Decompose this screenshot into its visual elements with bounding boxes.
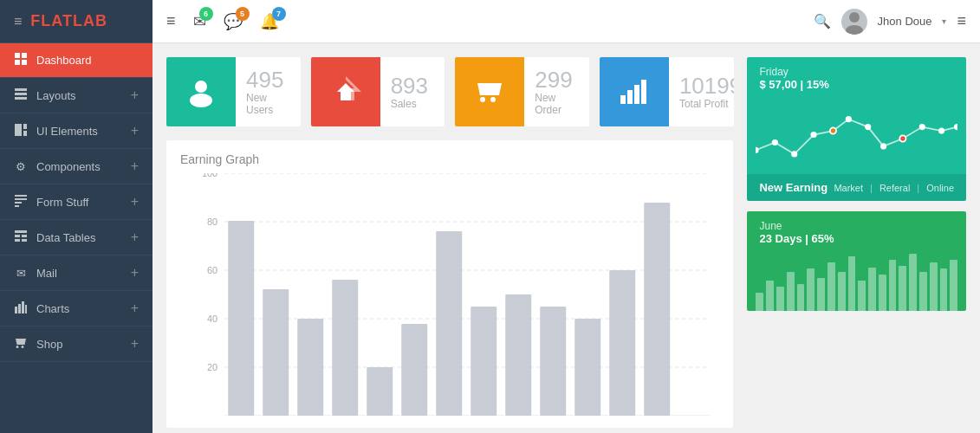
svg-rect-1 (22, 53, 27, 58)
svg-point-26 (190, 94, 212, 107)
widget-earning-title: New Earning (759, 181, 828, 194)
online-link[interactable]: Online (926, 183, 954, 193)
sidebar-item-shop[interactable]: Shop + (0, 326, 153, 362)
widget-earning-day: Friday (759, 66, 954, 78)
svg-rect-44 (297, 319, 323, 416)
content-left: 495 New Users 893 Sales (166, 57, 733, 419)
search-icon[interactable]: 🔍 (814, 13, 831, 29)
widget-earning-value: $ 57,00 | 15% (759, 78, 954, 91)
sidebar-item-label: Charts (36, 302, 69, 315)
svg-rect-18 (22, 239, 27, 242)
sidebar-item-ui-elements[interactable]: UI Elements + (0, 113, 153, 149)
stat-card-orders: 299 New Order (455, 57, 589, 126)
bar-4 (787, 272, 795, 312)
expand-icon: + (131, 194, 139, 210)
svg-rect-10 (15, 195, 27, 197)
sidebar-item-layouts[interactable]: Layouts + (0, 78, 153, 113)
svg-text:60: 60 (207, 265, 217, 275)
svg-rect-4 (15, 88, 27, 91)
stat-icon-orders (455, 57, 524, 126)
svg-rect-45 (332, 280, 358, 416)
market-link[interactable]: Market (834, 183, 863, 193)
svg-point-58 (811, 132, 817, 138)
line-chart-svg (756, 100, 957, 178)
sidebar-item-label: Data Tables (36, 231, 95, 244)
chat-topbar-wrap[interactable]: 💬 5 (224, 12, 243, 31)
sidebar-item-components[interactable]: ⚙ Components + (0, 149, 153, 184)
svg-rect-52 (574, 319, 600, 416)
stat-icon-sales (311, 57, 380, 126)
sidebar-item-dashboard[interactable]: Dashboard (0, 43, 153, 78)
stats-row: 495 New Users 893 Sales (166, 57, 733, 126)
expand-icon: + (131, 301, 139, 316)
widget-june-chart (747, 250, 966, 311)
svg-rect-48 (436, 231, 462, 416)
sidebar-item-form-stuff[interactable]: Form Stuff + (0, 184, 153, 220)
svg-rect-22 (25, 305, 27, 313)
bar-2 (766, 281, 774, 311)
svg-point-23 (849, 12, 860, 23)
widget-line-chart (747, 96, 966, 174)
bar-8 (827, 262, 835, 311)
svg-rect-46 (367, 367, 393, 416)
sidebar: ≡ FLATLAB Dashboard Layouts + (0, 0, 153, 433)
svg-rect-7 (15, 124, 22, 136)
sidebar-item-mail[interactable]: ✉ Mail + (0, 255, 153, 291)
mail-badge: 6 (199, 7, 213, 21)
topbar-menu-icon[interactable]: ≡ (166, 12, 176, 30)
topbar: ≡ ✉ 6 💬 5 🔔 7 🔍 Jhon Doue ▾ ≡ (153, 0, 980, 43)
earning-graph-card: Earning Graph 100 80 60 40 (166, 140, 733, 428)
stat-icon-profit (600, 57, 669, 126)
stat-card-sales: 893 Sales (311, 57, 445, 126)
ui-elements-icon (14, 124, 28, 139)
stat-label-profit: Total Profit (679, 98, 734, 110)
main-area: ≡ ✉ 6 💬 5 🔔 7 🔍 Jhon Doue ▾ ≡ (153, 0, 980, 433)
bell-topbar-wrap[interactable]: 🔔 7 (260, 12, 279, 31)
svg-rect-12 (15, 202, 22, 204)
svg-point-62 (880, 143, 886, 149)
svg-point-61 (866, 124, 872, 130)
widget-earning: Friday $ 57,00 | 15% (747, 57, 966, 201)
bell-badge: 7 (272, 7, 286, 21)
user-caret-icon[interactable]: ▾ (942, 16, 946, 26)
sidebar-item-data-tables[interactable]: Data Tables + (0, 220, 153, 255)
bar-6 (807, 268, 815, 311)
mail-nav-icon: ✉ (14, 267, 28, 280)
sidebar-item-charts[interactable]: Charts + (0, 291, 153, 326)
hamburger-icon[interactable]: ≡ (14, 14, 22, 29)
widget-june-value: 23 Days | 65% (759, 232, 954, 245)
svg-point-56 (772, 139, 778, 145)
topbar-right-menu-icon[interactable]: ≡ (957, 12, 966, 30)
chat-badge: 5 (236, 7, 250, 21)
widget-earning-header: Friday $ 57,00 | 15% (747, 57, 966, 96)
bar-11 (858, 281, 866, 311)
layouts-icon (14, 88, 28, 103)
svg-rect-47 (401, 324, 427, 416)
sidebar-item-label: Layouts (36, 89, 76, 102)
earning-graph-svg: 100 80 60 40 20 (180, 173, 719, 416)
svg-rect-17 (15, 239, 20, 242)
logo-area: ≡ FLATLAB (0, 0, 153, 43)
stat-icon-users (166, 57, 236, 126)
svg-point-59 (830, 127, 836, 133)
dashboard-icon (14, 53, 28, 68)
svg-rect-5 (15, 93, 27, 95)
bar-18 (930, 262, 938, 311)
svg-point-66 (954, 124, 957, 130)
username[interactable]: Jhon Doue (878, 15, 932, 28)
widget-earning-links: Market | Referal | Online (834, 183, 954, 193)
bar-5 (797, 284, 805, 312)
svg-point-65 (939, 127, 945, 133)
svg-rect-16 (22, 235, 27, 237)
mail-topbar-wrap[interactable]: ✉ 6 (193, 12, 206, 31)
svg-rect-6 (15, 97, 27, 100)
bar-1 (756, 293, 763, 311)
referal-link[interactable]: Referal (879, 183, 910, 193)
svg-rect-49 (471, 307, 496, 416)
widget-earning-footer: New Earning Market | Referal | Online (747, 174, 966, 201)
svg-text:20: 20 (207, 362, 217, 372)
svg-rect-15 (15, 235, 20, 237)
bar-10 (848, 256, 856, 311)
components-icon: ⚙ (14, 160, 28, 173)
expand-icon: + (131, 265, 139, 281)
